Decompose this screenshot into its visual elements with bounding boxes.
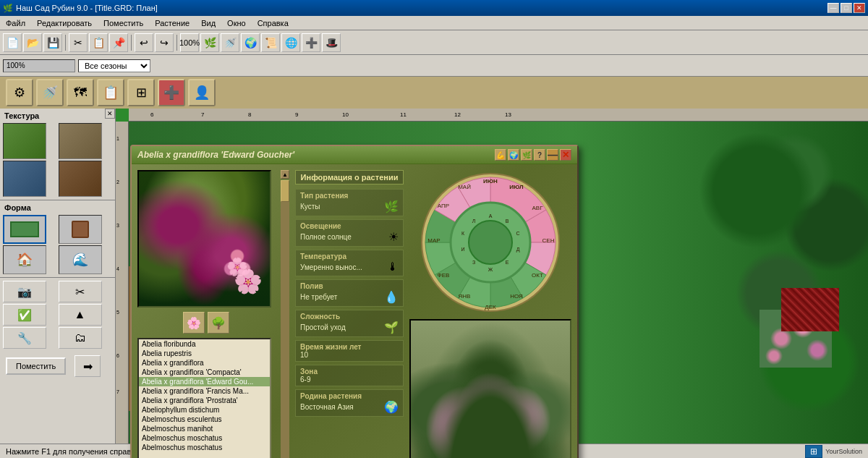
dialog-minimize-button[interactable]: —	[547, 149, 558, 161]
list-item-3[interactable]: Abelia x grandiflora	[139, 358, 270, 368]
sidebar-arrow-tool[interactable]: ➡	[75, 355, 101, 377]
list-item-12[interactable]: Abelmoschus moschatus	[139, 443, 270, 452]
windows-logo[interactable]: ⊞	[805, 445, 822, 458]
svg-text:Д: Д	[516, 247, 520, 253]
sidebar-tool-5[interactable]: 🔧	[3, 327, 46, 349]
tool4-button[interactable]: 📜	[261, 33, 280, 52]
shape-item-1[interactable]	[3, 215, 46, 244]
plant-grid-button[interactable]: ⊞	[127, 79, 155, 106]
texture-item-4[interactable]	[59, 161, 102, 197]
dialog-help-button[interactable]: ?	[534, 149, 545, 161]
title-bar-left: 🌿 Наш Сад Рубин 9.0 - [Title.GRD: План]	[3, 4, 158, 13]
paste-button[interactable]: 📌	[109, 33, 128, 52]
dialog-icon-btn-1[interactable]: 💪	[495, 149, 506, 161]
close-button[interactable]: ✕	[854, 3, 865, 13]
cut-button[interactable]: ✂	[69, 33, 88, 52]
redo-button[interactable]: ↪	[155, 33, 174, 52]
shape-section: Форма 🏠 🌊	[0, 200, 115, 278]
texture-item-2[interactable]	[59, 123, 102, 159]
ruler-horizontal: 6 7 8 9 10 11 12 13	[129, 109, 868, 122]
window-title: Наш Сад Рубин 9.0 - [Title.GRD: План]	[16, 4, 158, 12]
dialog-title-bar: Abelia x grandiflora 'Edward Goucher' 💪 …	[132, 146, 577, 164]
info-row-origin: Родина растения Восточная Азия 🌍	[295, 389, 404, 417]
plant-tree-icon-btn[interactable]: 🌳	[208, 312, 229, 334]
dialog-icon-btn-2[interactable]: 🌍	[508, 149, 519, 161]
plant-health-button[interactable]: ➕	[158, 79, 185, 106]
list-item-4[interactable]: Abelia x grandiflora 'Compacta'	[139, 368, 270, 377]
zoom-input[interactable]: 100%	[3, 59, 75, 72]
list-item-10[interactable]: Abelmoschus manihot	[139, 424, 270, 433]
scroll-thumb[interactable]	[281, 180, 289, 202]
info-value-zone: 6-9	[300, 376, 399, 383]
list-item-11[interactable]: Abelmoschus moschatus	[139, 433, 270, 443]
dialog-title-buttons: 💪 🌍 🌿 ? — ✕	[495, 149, 571, 161]
svg-text:З: З	[472, 260, 475, 265]
svg-text:ИЮН: ИЮН	[483, 178, 498, 185]
plant-catalog-button[interactable]: ⚙	[6, 79, 33, 106]
texture-label: Текстура	[1, 110, 114, 122]
sidebar-tool-6[interactable]: 🗂	[59, 327, 102, 349]
plant-person-button[interactable]: 👤	[188, 79, 216, 106]
plant-flower-icon-btn[interactable]: 🌸	[183, 312, 205, 334]
shape-item-4[interactable]: 🌊	[59, 245, 102, 274]
plant-species-list[interactable]: Abelia floribunda Abelia rupestris Abeli…	[137, 338, 271, 458]
tool2-button[interactable]: 🚿	[221, 33, 239, 52]
dialog-close-button[interactable]: ✕	[560, 149, 571, 161]
undo-button[interactable]: ↩	[135, 33, 153, 52]
tool1-button[interactable]: 🌿	[200, 33, 219, 52]
list-item-1[interactable]: Abelia floribunda	[139, 339, 270, 349]
maximize-button[interactable]: □	[841, 3, 852, 13]
open-button[interactable]: 📂	[23, 33, 42, 52]
list-item-2[interactable]: Abelia rupestris	[139, 349, 270, 358]
plant-note-button[interactable]: 📋	[97, 79, 124, 106]
sidebar-tool-2[interactable]: ✂	[59, 281, 102, 302]
save-button[interactable]: 💾	[43, 33, 62, 52]
menu-window[interactable]: Окно	[224, 17, 249, 29]
sidebar-tools: 📷 ✂ ✅ ▲ 🔧 🗂	[0, 278, 115, 352]
shape-item-2[interactable]	[59, 215, 102, 244]
sidebar-tool-1[interactable]: 📷	[3, 281, 46, 302]
place-button[interactable]: Поместить	[6, 357, 66, 375]
sidebar-collapse-button[interactable]: ✕	[105, 109, 115, 119]
plant-water-button[interactable]: 🚿	[36, 79, 64, 106]
scroll-up-btn[interactable]: ▲	[281, 170, 289, 179]
tool3-button[interactable]: 🌍	[241, 33, 260, 52]
minimize-button[interactable]: —	[827, 3, 839, 13]
red-patch	[781, 288, 839, 331]
list-item-8[interactable]: Abeliophyllum distichum	[139, 405, 270, 415]
season-selector[interactable]: Все сезоны	[78, 59, 150, 72]
tool6-button[interactable]: ➕	[302, 33, 320, 52]
menu-help[interactable]: Справка	[255, 17, 292, 29]
copy-button[interactable]: 📋	[89, 33, 108, 52]
info-row-lifetime: Время жизни лет 10	[295, 340, 404, 362]
tool5-button[interactable]: 🌐	[281, 33, 300, 52]
new-button[interactable]: 📄	[3, 33, 22, 52]
menu-file[interactable]: Файл	[3, 17, 28, 29]
dialog-right-column: ИЮН ИЮЛ АВГ СЕН ОКТ НОЯ ДЕК ЯНВ ФЕВ МАР …	[409, 170, 571, 458]
dialog-icon-btn-3[interactable]: 🌿	[521, 149, 532, 161]
tool7-button[interactable]: 🎩	[322, 33, 341, 52]
title-bar: 🌿 Наш Сад Рубин 9.0 - [Title.GRD: План] …	[0, 0, 868, 16]
info-value-origin: Восточная Азия	[300, 403, 354, 411]
sidebar-tool-3[interactable]: ✅	[3, 304, 46, 326]
list-item-9[interactable]: Abelmoschus esculentus	[139, 415, 270, 424]
plant-main-image: 🌸 🌸	[137, 170, 271, 308]
garden-canvas[interactable]: 6 7 8 9 10 11 12 13 1 2 3 4 5 6 7	[116, 109, 868, 458]
texture-item-3[interactable]	[3, 161, 46, 197]
list-item-7[interactable]: Abelia x grandiflora 'Prostrata'	[139, 396, 270, 405]
list-item-5[interactable]: Abelia x grandiflora 'Edward Gou...	[139, 377, 270, 386]
svg-text:А: А	[489, 213, 493, 219]
menu-edit[interactable]: Редактировать	[34, 17, 95, 29]
sidebar-tool-4[interactable]: ▲	[59, 304, 102, 326]
info-label-type: Тип растения	[300, 192, 399, 200]
menu-place[interactable]: Поместить	[101, 17, 146, 29]
plant-map-button[interactable]: 🗺	[67, 79, 94, 106]
menu-plant[interactable]: Растение	[152, 17, 192, 29]
shape-item-3[interactable]: 🏠	[3, 245, 46, 274]
svg-text:АПР: АПР	[438, 203, 449, 209]
water-icon: 💧	[384, 290, 399, 304]
zoom-button[interactable]: 100%	[180, 33, 199, 52]
texture-item-1[interactable]	[3, 123, 46, 159]
list-item-6[interactable]: Abelia x grandiflora 'Francis Ma...	[139, 386, 270, 396]
menu-view[interactable]: Вид	[198, 17, 218, 29]
